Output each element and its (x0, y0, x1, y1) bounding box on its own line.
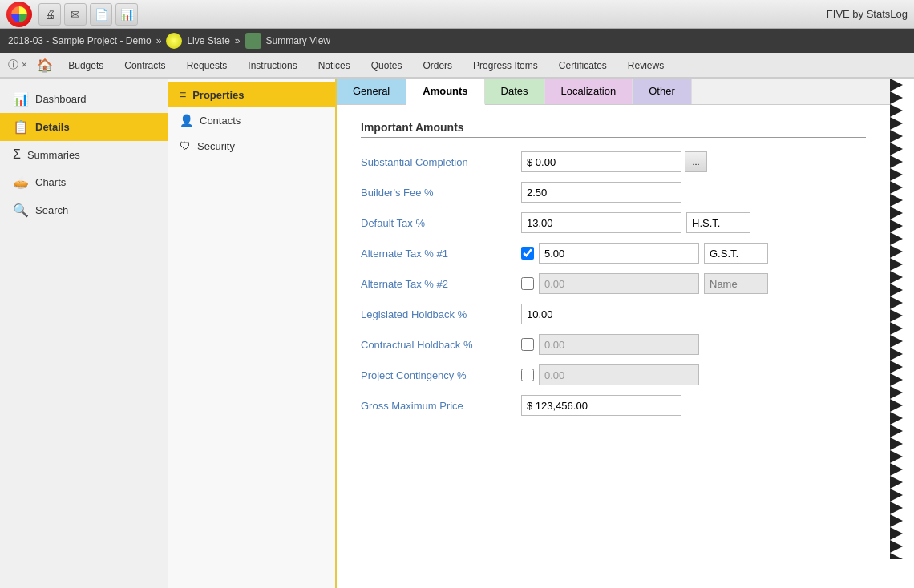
tab-notices[interactable]: Notices (308, 53, 361, 77)
label-default-tax: Default Tax % (361, 217, 521, 229)
label-builders-fee: Builder's Fee % (361, 187, 521, 199)
breadcrumb-state: Live State (187, 35, 229, 46)
middle-item-properties[interactable]: ≡ Properties (168, 82, 335, 107)
input-gross-maximum-price[interactable] (521, 395, 681, 416)
tab-budgets[interactable]: Budgets (58, 53, 114, 77)
tab-quotes[interactable]: Quotes (361, 53, 413, 77)
live-state-icon (166, 33, 182, 49)
breadcrumb-bar: 2018-03 - Sample Project - Demo » Live S… (0, 29, 914, 53)
summary-view-icon (245, 33, 261, 49)
print-icon[interactable]: 🖨 (38, 3, 61, 26)
row-alt-tax-2: Alternate Tax % #2 (361, 272, 866, 295)
sidebar-label-details: Details (35, 121, 70, 133)
input-default-tax[interactable] (521, 212, 681, 233)
sidebar-label-search: Search (35, 204, 68, 216)
breadcrumb-sep1: » (156, 35, 162, 46)
tab-close[interactable]: ⓘ × (3, 53, 32, 77)
row-contractual-holdback: Contractual Holdback % (361, 333, 866, 356)
sidebar-label-charts: Charts (35, 176, 66, 188)
row-legislated-holdback: Legislated Holdback % (361, 303, 866, 325)
row-substantial-completion: Substantial Completion ... (361, 151, 866, 173)
input-alt-tax-2[interactable] (539, 273, 699, 294)
main-layout: 📊 Dashboard 📋 Details Σ Summaries 🥧 Char… (0, 79, 914, 588)
sidebar-item-summaries[interactable]: Σ Summaries (0, 141, 168, 168)
sidebar-label-summaries: Summaries (27, 149, 80, 161)
content-tab-amounts[interactable]: Amounts (406, 79, 484, 105)
middle-item-security[interactable]: 🛡 Security (168, 133, 335, 159)
app-logo (6, 2, 32, 27)
checkbox-project-contingency[interactable] (521, 369, 534, 381)
brand-label: FIVE by StatsLog (827, 8, 908, 20)
content-area: General Amounts Dates Localization Other… (337, 79, 890, 588)
input-default-tax-name[interactable] (686, 212, 750, 233)
input-group-substantial-completion: ... (521, 151, 707, 172)
export-icon[interactable]: 📊 (115, 3, 138, 26)
sidebar-item-details[interactable]: 📋 Details (0, 113, 168, 141)
sidebar-item-charts[interactable]: 🥧 Charts (0, 168, 168, 196)
title-bar: 🖨 ✉ 📄 📊 FIVE by StatsLog (0, 0, 914, 29)
breadcrumb-sep2: » (235, 35, 241, 46)
row-alt-tax-1: Alternate Tax % #1 (361, 242, 866, 264)
section-title: Important Amounts (361, 121, 866, 138)
tab-progress-items[interactable]: Progress Items (463, 53, 548, 77)
sidebar-label-dashboard: Dashboard (35, 93, 87, 105)
input-alt-tax-1-name[interactable] (704, 243, 768, 264)
dashboard-icon: 📊 (13, 91, 29, 107)
content-body: Important Amounts Substantial Completion… (337, 105, 890, 588)
toolbar-icons: 🖨 ✉ 📄 📊 (38, 3, 138, 26)
input-legislated-holdback[interactable] (521, 304, 681, 324)
label-alt-tax-1: Alternate Tax % #1 (361, 248, 521, 260)
input-contractual-holdback[interactable] (539, 334, 699, 355)
input-substantial-completion[interactable] (521, 151, 681, 172)
tab-orders[interactable]: Orders (412, 53, 463, 77)
summaries-icon: Σ (13, 147, 21, 162)
input-alt-tax-2-name[interactable] (704, 273, 768, 294)
tab-reviews[interactable]: Reviews (617, 53, 674, 77)
details-icon: 📋 (13, 119, 29, 135)
middle-label-contacts: Contacts (200, 115, 241, 127)
contacts-icon: 👤 (180, 114, 193, 127)
checkbox-alt-tax-1[interactable] (521, 247, 534, 260)
middle-item-contacts[interactable]: 👤 Contacts (168, 107, 335, 133)
label-gross-maximum-price: Gross Maximum Price (361, 400, 521, 412)
tab-contracts[interactable]: Contracts (114, 53, 176, 77)
tab-certificates[interactable]: Certificates (548, 53, 617, 77)
content-tab-localization[interactable]: Localization (545, 79, 633, 104)
charts-icon: 🥧 (13, 175, 29, 190)
content-tab-dates[interactable]: Dates (485, 79, 545, 104)
breadcrumb-view: Summary View (266, 35, 330, 46)
tab-requests[interactable]: Requests (176, 53, 238, 77)
row-project-contingency: Project Contingency % (361, 364, 866, 386)
middle-label-properties: Properties (192, 89, 244, 101)
content-tab-general[interactable]: General (337, 79, 406, 104)
middle-label-security: Security (197, 140, 235, 152)
breadcrumb-project: 2018-03 - Sample Project - Demo (8, 35, 152, 46)
left-sidebar: 📊 Dashboard 📋 Details Σ Summaries 🥧 Char… (0, 79, 168, 588)
content-tabs: General Amounts Dates Localization Other (337, 79, 890, 105)
checkbox-contractual-holdback[interactable] (521, 338, 534, 351)
label-alt-tax-2: Alternate Tax % #2 (361, 278, 521, 290)
label-project-contingency: Project Contingency % (361, 369, 521, 381)
checkbox-alt-tax-2[interactable] (521, 277, 534, 290)
home-button[interactable]: 🏠 (32, 53, 58, 77)
middle-panel: ≡ Properties 👤 Contacts 🛡 Security (168, 79, 337, 588)
properties-icon: ≡ (180, 88, 186, 101)
label-contractual-holdback: Contractual Holdback % (361, 339, 521, 351)
row-gross-maximum-price: Gross Maximum Price (361, 394, 866, 417)
input-alt-tax-1[interactable] (539, 243, 699, 264)
label-legislated-holdback: Legislated Holdback % (361, 308, 521, 320)
content-tab-other[interactable]: Other (633, 79, 692, 104)
pdf-icon[interactable]: 📄 (90, 3, 112, 26)
input-builders-fee[interactable] (521, 182, 681, 203)
input-project-contingency[interactable] (539, 364, 699, 385)
btn-substantial-completion[interactable]: ... (685, 151, 707, 172)
nav-tabs: ⓘ × 🏠 Budgets Contracts Requests Instruc… (0, 53, 914, 79)
security-icon: 🛡 (180, 139, 191, 152)
tab-instructions[interactable]: Instructions (237, 53, 307, 77)
row-builders-fee: Builder's Fee % (361, 181, 866, 203)
email-icon[interactable]: ✉ (64, 3, 87, 26)
sidebar-item-dashboard[interactable]: 📊 Dashboard (0, 85, 168, 113)
right-decoration (890, 79, 914, 588)
search-icon: 🔍 (13, 203, 29, 218)
sidebar-item-search[interactable]: 🔍 Search (0, 196, 168, 224)
